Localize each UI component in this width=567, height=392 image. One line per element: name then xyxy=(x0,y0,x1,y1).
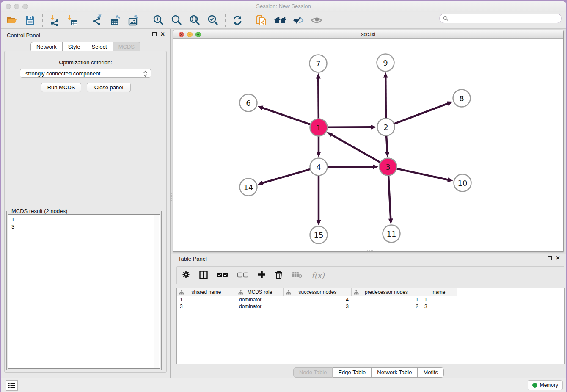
zoom-selected-icon[interactable] xyxy=(206,14,220,27)
column-header-successor-nodes[interactable]: successor nodes xyxy=(284,288,352,296)
add-column-icon[interactable] xyxy=(258,271,266,280)
import-network-icon[interactable] xyxy=(48,14,61,27)
select-all-checkboxes-icon[interactable] xyxy=(217,272,228,279)
table-cell[interactable]: 1 xyxy=(177,296,236,303)
status-bar: Memory xyxy=(1,378,566,392)
edge-4-14[interactable] xyxy=(262,169,310,183)
deselect-all-checkboxes-icon[interactable] xyxy=(237,272,248,279)
task-history-button[interactable] xyxy=(6,380,18,391)
import-table-icon[interactable] xyxy=(66,14,80,27)
column-header-predecessor-nodes[interactable]: predecessor nodes xyxy=(352,288,421,296)
table-cell[interactable]: 2 xyxy=(352,303,421,310)
control-panel: Control Panel ✕ NetworkStyleSelectMCDS O… xyxy=(1,29,171,378)
eye-icon xyxy=(310,14,323,27)
app-window: Session: New Session xyxy=(1,1,566,392)
export-network-icon[interactable] xyxy=(91,14,104,27)
mcds-result-list[interactable]: 1 3 xyxy=(8,214,160,369)
tab-node-table[interactable]: Node Table xyxy=(293,367,333,378)
mcds-result-text: 1 3 xyxy=(8,215,160,232)
table-cell[interactable]: 3 xyxy=(421,303,457,310)
window-title: Session: New Session xyxy=(1,3,566,9)
node-label-4: 4 xyxy=(316,163,321,171)
zoom-in-icon[interactable] xyxy=(151,14,165,27)
run-mcds-button[interactable]: Run MCDS xyxy=(41,83,81,92)
eye-slash-icon[interactable] xyxy=(292,14,305,27)
tab-edge-table[interactable]: Edge Table xyxy=(333,367,372,378)
toolbar-separator xyxy=(42,14,43,27)
column-type-icon xyxy=(238,290,243,295)
table-cell[interactable]: dominator xyxy=(236,303,284,310)
canvas-handle[interactable] xyxy=(367,250,373,251)
zoom-out-icon[interactable] xyxy=(170,14,183,27)
function-builder-icon: f(x) xyxy=(311,271,325,280)
network-canvas[interactable]: 7968124314101511 xyxy=(173,39,563,251)
refresh-layout-icon[interactable] xyxy=(231,14,244,27)
edge-1-6[interactable] xyxy=(262,108,311,124)
optimization-criterion-label: Optimization criterion: xyxy=(5,59,166,66)
settings-gear-icon[interactable] xyxy=(182,271,190,280)
table-cell[interactable]: 3 xyxy=(284,303,352,310)
column-layout-icon[interactable] xyxy=(199,271,208,281)
result-scrollbar[interactable] xyxy=(154,215,159,368)
node-label-14: 14 xyxy=(244,183,253,192)
table-cell[interactable]: 3 xyxy=(177,303,236,310)
edge-arrow-2-3 xyxy=(385,152,390,157)
export-table-icon[interactable] xyxy=(109,14,122,27)
table-cell[interactable]: dominator xyxy=(236,296,284,303)
edge-1-7[interactable] xyxy=(318,77,319,119)
node-label-11: 11 xyxy=(387,229,396,238)
homes-icon[interactable] xyxy=(273,14,287,27)
edge-arrow-3-10 xyxy=(447,177,453,182)
edge-arrow-4-15 xyxy=(317,220,321,226)
zoom-fit-icon[interactable] xyxy=(188,14,201,27)
column-header-MCDS-role[interactable]: MCDS role xyxy=(236,288,284,296)
close-table-panel-icon[interactable]: ✕ xyxy=(556,256,560,260)
float-panel-icon[interactable] xyxy=(152,32,157,36)
column-type-icon xyxy=(179,290,184,295)
splitter-handle[interactable] xyxy=(171,193,172,202)
open-session-icon[interactable] xyxy=(5,14,19,27)
table-panel: Table Panel ✕ xyxy=(171,254,566,378)
column-type-icon xyxy=(354,290,359,295)
tab-network-table[interactable]: Network Table xyxy=(372,367,418,378)
node-label-1: 1 xyxy=(316,123,321,132)
edge-1-2[interactable] xyxy=(327,127,372,127)
search-field[interactable] xyxy=(439,14,562,23)
criterion-selected-value: strongly connected component xyxy=(25,70,100,77)
table-toolbar: f(x) xyxy=(176,266,564,284)
float-table-panel-icon[interactable] xyxy=(548,256,552,260)
tab-motifs[interactable]: Motifs xyxy=(418,367,444,378)
edge-3-1[interactable] xyxy=(331,135,380,163)
network-window-titlebar[interactable]: ✕ − + scc.txt xyxy=(173,30,563,39)
node-label-6: 6 xyxy=(246,99,250,108)
edge-2-3[interactable] xyxy=(386,135,387,152)
table-row[interactable]: 3dominator323 xyxy=(177,303,564,310)
table-cell[interactable]: 1 xyxy=(352,296,421,303)
edge-3-11[interactable] xyxy=(388,175,391,219)
column-header-name[interactable]: name xyxy=(421,288,457,296)
node-label-15: 15 xyxy=(314,231,324,240)
table-cell[interactable]: 1 xyxy=(421,296,457,303)
duplicate-network-icon[interactable] xyxy=(255,14,269,27)
export-image-icon[interactable] xyxy=(127,14,140,27)
criterion-select[interactable]: strongly connected component xyxy=(20,69,151,78)
edge-3-10[interactable] xyxy=(396,168,449,180)
close-panel-button[interactable]: Close panel xyxy=(87,83,131,92)
node-label-8: 8 xyxy=(459,94,464,103)
edge-2-9[interactable] xyxy=(385,77,386,118)
edge-2-8[interactable] xyxy=(394,103,449,124)
search-input[interactable] xyxy=(451,16,561,22)
save-session-icon[interactable] xyxy=(23,14,37,27)
network-graph: 7968124314101511 xyxy=(173,39,564,252)
close-panel-icon[interactable]: ✕ xyxy=(160,32,165,36)
toolbar-separator xyxy=(225,14,226,27)
table-header-row: shared nameMCDS rolesuccessor nodesprede… xyxy=(177,288,564,296)
table-row[interactable]: 1dominator411 xyxy=(177,296,564,303)
delete-column-icon[interactable] xyxy=(275,271,283,281)
node-label-2: 2 xyxy=(383,123,388,132)
memory-button[interactable]: Memory xyxy=(528,380,563,390)
column-header-shared-name[interactable]: shared name xyxy=(177,288,236,296)
select-stepper-icon xyxy=(143,70,148,78)
edge-arrow-2-9 xyxy=(383,72,388,77)
table-cell[interactable]: 4 xyxy=(284,296,352,303)
